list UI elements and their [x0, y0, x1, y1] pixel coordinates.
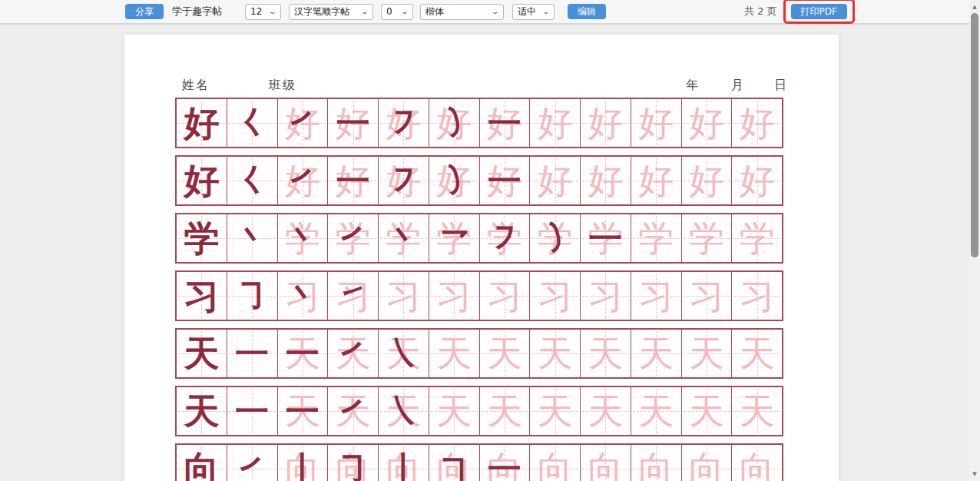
scrollbar-thumb[interactable]: [971, 13, 978, 257]
practice-cell: 向: [177, 445, 227, 481]
trace-character: 好: [631, 157, 681, 204]
stroke-order-glyph: ㇁: [429, 157, 479, 204]
practice-cell: 向㇆: [328, 445, 379, 481]
trace-character: 好: [682, 157, 732, 204]
stroke-order-glyph: ㇛: [227, 157, 277, 204]
practice-cell: 好㇒: [278, 157, 329, 204]
practice-cell: 习: [379, 272, 429, 320]
trace-character: 好: [682, 99, 732, 147]
offset-select[interactable]: 0 ⌄: [381, 4, 413, 20]
practice-cell: 天: [682, 387, 733, 435]
page-count-label: 共 2 页: [744, 5, 777, 18]
share-button[interactable]: 分享: [125, 4, 164, 19]
stroke-order-glyph: 丶: [227, 214, 277, 262]
practice-cell: 向㇐: [480, 445, 531, 481]
stroke-order-glyph: 丶: [278, 214, 328, 262]
edit-button[interactable]: 编辑: [568, 4, 606, 19]
stroke-order-glyph: ㇇: [480, 214, 530, 262]
practice-cell: 天: [732, 330, 782, 377]
trace-character: 好: [581, 99, 631, 147]
practice-cell: 天: [429, 330, 480, 377]
practice-cell: 好㇐: [480, 157, 531, 204]
stroke-order-glyph: ㇐: [480, 157, 530, 204]
practice-row: 习㇆习丶习㇀习习习习习习习习: [175, 270, 783, 321]
scroll-up-icon[interactable]: ▲: [969, 2, 980, 12]
practice-row: 学丶学丶学㇒学丶学㇖学㇇学㇁学㇐学学学: [175, 213, 783, 264]
practice-cell: 向: [530, 445, 581, 481]
model-character: 好: [177, 99, 227, 147]
practice-cell: 天㇏: [379, 330, 429, 377]
practice-grid: 好㇛好㇒好㇐好㇇好㇁好㇐好好好好好好㇛好㇒好㇐好㇇好㇁好㇐好好好好好学丶学丶学㇒…: [175, 98, 783, 481]
trace-character: 天: [530, 387, 580, 435]
trace-character: 天: [732, 330, 782, 377]
stroke-order-glyph: ㇐: [278, 387, 328, 435]
trace-character: 天: [682, 387, 732, 435]
trace-character: 天: [581, 387, 631, 435]
practice-cell: 好: [682, 157, 733, 204]
stroke-order-glyph: 丶: [379, 214, 429, 262]
stroke-order-glyph: ㇐: [480, 445, 530, 481]
model-character: 学: [177, 214, 227, 262]
practice-cell: 习: [682, 272, 733, 320]
practice-cell: 习: [631, 272, 682, 320]
trace-character: 学: [631, 214, 681, 262]
practice-cell: 天㇏: [379, 387, 429, 435]
scrollbar[interactable]: ▲ ▼: [969, 0, 980, 481]
practice-cell: 天: [429, 387, 480, 435]
size-select[interactable]: 12 ⌄: [245, 4, 281, 20]
month-label: 月: [731, 78, 745, 94]
practice-cell: 天: [530, 330, 581, 377]
practice-cell: 天㇐: [278, 387, 329, 435]
practice-cell: ㇐: [227, 387, 278, 435]
practice-cell: 天: [177, 387, 227, 435]
density-select-value: 适中: [518, 5, 536, 18]
density-select[interactable]: 适中 ⌄: [512, 4, 555, 20]
stroke-order-glyph: ㇒: [328, 330, 378, 377]
practice-cell: ㇐: [227, 330, 278, 377]
practice-cell: 好㇇: [379, 99, 429, 147]
size-select-value: 12: [250, 6, 262, 17]
practice-cell: ㇛: [227, 157, 278, 204]
practice-cell: 向㇑: [379, 445, 429, 481]
practice-cell: 习: [732, 272, 782, 320]
trace-character: 向: [530, 445, 580, 481]
practice-row: 好㇛好㇒好㇐好㇇好㇁好㇐好好好好好: [175, 98, 783, 148]
year-label: 年: [686, 78, 700, 94]
stroke-order-glyph: ㇛: [227, 99, 277, 147]
practice-cell: 天㇐: [278, 330, 329, 377]
trace-character: 习: [631, 272, 681, 320]
trace-character: 习: [379, 272, 429, 320]
scroll-down-icon[interactable]: ▼: [969, 469, 980, 479]
offset-select-value: 0: [386, 6, 392, 17]
practice-cell: 向㇑: [278, 445, 329, 481]
print-pdf-button[interactable]: 打印PDF: [791, 4, 847, 19]
practice-cell: 好: [732, 99, 782, 147]
chevron-down-icon: ⌄: [401, 8, 409, 15]
chevron-down-icon: ⌄: [361, 8, 369, 15]
trace-character: 好: [732, 157, 782, 204]
model-character: 好: [177, 157, 227, 204]
highlight-annotation: 打印PDF: [783, 0, 855, 24]
practice-cell: 好㇁: [429, 99, 480, 147]
trace-character: 习: [581, 272, 631, 320]
practice-cell: 习: [581, 272, 631, 320]
trace-character: 天: [631, 330, 681, 377]
practice-cell: 好: [682, 99, 733, 147]
practice-cell: 好: [631, 99, 682, 147]
practice-cell: 好: [177, 157, 227, 204]
practice-row: 好㇛好㇒好㇐好㇇好㇁好㇐好好好好好: [175, 155, 783, 206]
practice-cell: 好: [581, 99, 631, 147]
stroke-order-glyph: ㇖: [429, 214, 479, 262]
day-label: 日: [774, 78, 788, 94]
template-select[interactable]: 汉字笔顺字帖 ⌄: [289, 4, 373, 20]
model-character: 习: [177, 272, 227, 320]
trace-character: 向: [631, 445, 681, 481]
font-select[interactable]: 楷体 ⌄: [420, 4, 504, 20]
stroke-order-glyph: ㇒: [278, 157, 328, 204]
practice-cell: 学㇇: [480, 214, 531, 262]
stroke-order-glyph: ㇒: [227, 445, 277, 481]
practice-cell: 天: [480, 387, 531, 435]
stroke-order-glyph: ㇒: [278, 99, 328, 147]
practice-cell: 好㇐: [328, 99, 379, 147]
trace-character: 天: [581, 330, 631, 377]
